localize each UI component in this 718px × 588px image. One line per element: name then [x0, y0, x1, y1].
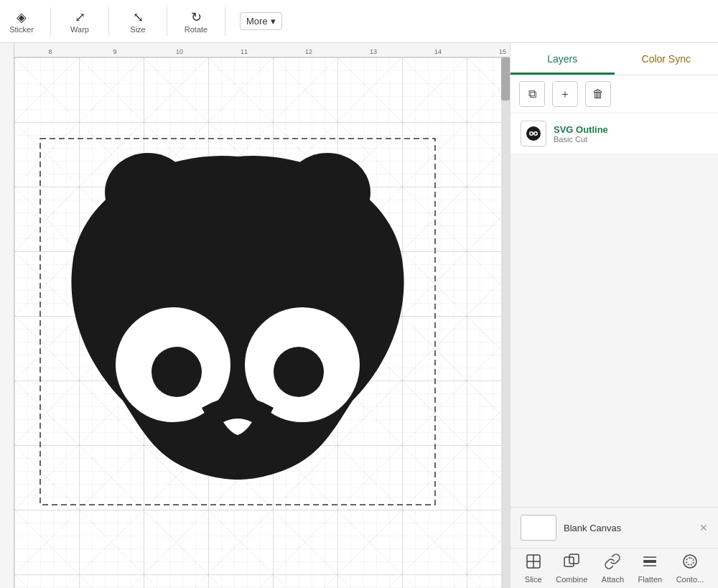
- canvas-grid[interactable]: [14, 57, 510, 588]
- svg-point-5: [105, 153, 191, 232]
- attach-label: Attach: [602, 575, 624, 584]
- blank-canvas-close-button[interactable]: ✕: [699, 522, 708, 533]
- main-area: 8 9 10 11 12 13 14 15: [0, 43, 718, 588]
- slice-label: Slice: [525, 575, 542, 584]
- svg-rect-17: [643, 560, 656, 563]
- svg-artwork[interactable]: [37, 135, 439, 511]
- delete-layer-button[interactable]: 🗑: [585, 81, 611, 107]
- tab-color-sync[interactable]: Color Sync: [615, 43, 719, 75]
- add-layer-button[interactable]: ＋: [552, 81, 578, 107]
- more-label: More: [246, 16, 268, 27]
- combine-icon: [563, 553, 580, 574]
- tick-12: 12: [276, 49, 341, 57]
- more-arrow-icon: ▾: [271, 16, 276, 27]
- sep-3: [167, 7, 167, 36]
- tab-layers[interactable]: Layers: [510, 43, 615, 75]
- sep-2: [108, 7, 109, 36]
- rotate-tool[interactable]: ↻ Rotate: [182, 9, 210, 34]
- flatten-tool[interactable]: Flatten: [638, 553, 663, 584]
- sep-1: [50, 7, 51, 36]
- more-button[interactable]: More ▾: [240, 12, 282, 30]
- blank-canvas-label: Blank Canvas: [564, 523, 621, 533]
- sticker-icon: ◈: [17, 9, 27, 25]
- sticker-tool[interactable]: ◈ Sticker: [7, 9, 36, 34]
- add-icon: ＋: [559, 87, 571, 102]
- svg-point-4: [274, 347, 324, 397]
- size-tool[interactable]: ⤡ Size: [123, 9, 152, 34]
- panel-icons-row: ⧉ ＋ 🗑: [510, 75, 718, 113]
- warp-label: Warp: [70, 25, 89, 34]
- rotate-icon: ↻: [191, 9, 202, 25]
- tick-11: 11: [212, 49, 276, 57]
- blank-canvas-section: Blank Canvas ✕: [510, 507, 718, 548]
- combine-label: Combine: [556, 575, 587, 584]
- sticker-label: Sticker: [9, 25, 34, 34]
- tick-13: 13: [341, 49, 406, 57]
- layer-info: SVG Outline Basic Cut: [554, 124, 708, 144]
- warp-tool[interactable]: ⤢ Warp: [65, 9, 94, 34]
- contour-label: Conto...: [676, 575, 704, 584]
- contour-icon: [681, 553, 699, 574]
- tick-10: 10: [147, 49, 212, 57]
- slice-icon: [525, 553, 542, 574]
- flatten-label: Flatten: [638, 575, 663, 584]
- contour-tool[interactable]: Conto...: [676, 553, 704, 584]
- layer-type: Basic Cut: [554, 135, 708, 144]
- size-label: Size: [130, 25, 145, 34]
- svg-point-11: [535, 133, 537, 135]
- combine-tool[interactable]: Combine: [556, 553, 587, 584]
- panel-tabs: Layers Color Sync: [510, 43, 718, 75]
- tick-9: 9: [83, 49, 147, 57]
- right-panel: Layers Color Sync ⧉ ＋ 🗑: [510, 43, 718, 588]
- slice-tool[interactable]: Slice: [525, 553, 542, 584]
- bottom-toolbar: Slice Combine Attach Flatten: [510, 548, 718, 588]
- warp-icon: ⤢: [75, 9, 85, 25]
- tab-layers-label: Layers: [547, 53, 577, 65]
- tick-14: 14: [406, 49, 470, 57]
- scrollbar-thumb[interactable]: [501, 57, 510, 101]
- ruler-vertical: [0, 43, 14, 588]
- svg-point-6: [284, 153, 370, 232]
- duplicate-button[interactable]: ⧉: [519, 81, 545, 107]
- top-toolbar: ◈ Sticker ⤢ Warp ⤡ Size ↻ Rotate More ▾: [0, 0, 718, 43]
- ruler-ticks: 8 9 10 11 12 13 14 15: [14, 43, 510, 57]
- attach-tool[interactable]: Attach: [602, 553, 624, 584]
- panel-spacer: [510, 154, 718, 507]
- flatten-icon: [641, 553, 658, 574]
- layer-thumbnail: [521, 121, 546, 146]
- blank-canvas-thumbnail: [521, 515, 556, 541]
- rotate-label: Rotate: [185, 25, 208, 34]
- attach-icon: [604, 553, 621, 574]
- size-icon: ⤡: [133, 9, 144, 25]
- layer-name: SVG Outline: [554, 124, 708, 135]
- duplicate-icon: ⧉: [528, 88, 536, 101]
- canvas-area[interactable]: 8 9 10 11 12 13 14 15: [0, 43, 510, 588]
- svg-point-3: [151, 347, 202, 397]
- tick-15: 15: [470, 49, 510, 57]
- tick-8: 8: [18, 49, 83, 57]
- layer-item[interactable]: SVG Outline Basic Cut: [510, 113, 718, 154]
- tab-color-sync-label: Color Sync: [642, 53, 691, 65]
- delete-icon: 🗑: [592, 88, 604, 101]
- svg-point-10: [531, 133, 533, 135]
- canvas-scrollbar[interactable]: [501, 57, 510, 588]
- sep-4: [225, 7, 225, 36]
- ruler-horizontal: 8 9 10 11 12 13 14 15: [14, 43, 510, 57]
